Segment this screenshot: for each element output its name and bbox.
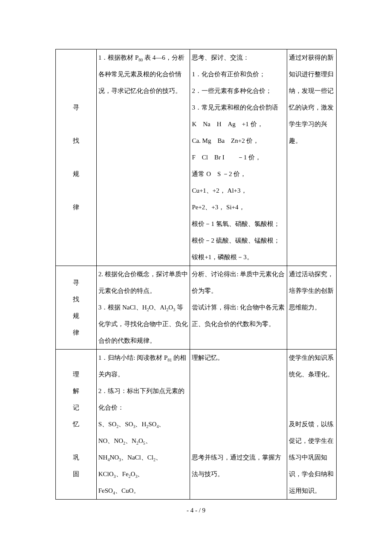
- lesson-plan-table: 寻找规律 1．根据教材 P80 表 4—6，分析各种常见元素及根的化合价情况，寻…: [55, 49, 337, 500]
- student-activity: 思考、探讨、交流：1．化合价有正价和负价；2．一些元素有多种化合价；3．常见元素…: [190, 49, 287, 266]
- stage-label: 理解记忆巩固: [56, 350, 97, 500]
- student-activity: 理解记忆。思考并练习，通过交流，掌握方法与技巧。: [190, 350, 287, 500]
- stage-label: 寻找规律: [56, 266, 97, 350]
- design-intent: 使学生的知识系统化、条理化。及时反馈，以练促记，使学生在练习中巩固知识，学会归纳…: [287, 350, 337, 500]
- design-intent: 通过对获得的新知识进行整理归纳，发现一些记忆的诀窍，激发学生学习的兴趣。: [287, 49, 337, 266]
- table-row: 寻找规律 1．根据教材 P80 表 4—6，分析各种常见元素及根的化合价情况，寻…: [56, 49, 337, 266]
- student-activity: 分析、讨论得出: 单质中元素化合价为零。尝试计算，得出: 化合物中各元素正、负化…: [190, 266, 287, 350]
- page-footer: - 4 - / 9: [0, 502, 392, 519]
- design-intent: 通过活动探究，培养学生的创新思维能力。: [287, 266, 337, 350]
- table-row: 理解记忆巩固 1．归纳小结: 阅读教材 P81 的相关内容。2．练习：标出下列加…: [56, 350, 337, 500]
- document-page: 寻找规律 1．根据教材 P80 表 4—6，分析各种常见元素及根的化合价情况，寻…: [0, 0, 392, 555]
- teacher-activity: 2. 根据化合价概念，探讨单质中元素化合价的特点。3．根据 NaCl、H2O、A…: [96, 266, 190, 350]
- stage-label: 寻找规律: [56, 49, 97, 266]
- teacher-activity: 1．归纳小结: 阅读教材 P81 的相关内容。2．练习：标出下列加点元素的化合价…: [96, 350, 190, 500]
- table-row: 寻找规律 2. 根据化合价概念，探讨单质中元素化合价的特点。3．根据 NaCl、…: [56, 266, 337, 350]
- teacher-activity: 1．根据教材 P80 表 4—6，分析各种常见元素及根的化合价情况，寻求记忆化合…: [96, 49, 190, 266]
